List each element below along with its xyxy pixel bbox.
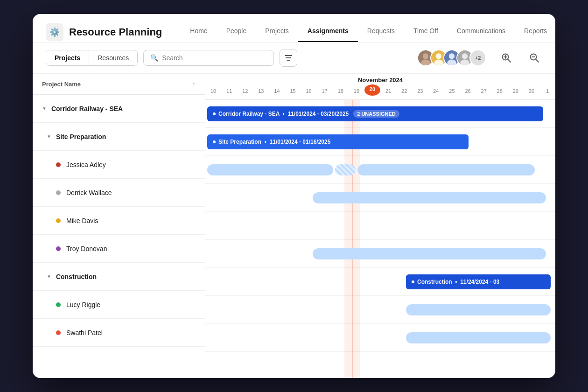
gantt-month: November 2024 [205,74,555,84]
day-14: 14 [269,86,285,98]
site-prep-bar-label: Site Preparation • 11/01/2024 - 01/16/20… [218,139,330,145]
day-10: 10 [205,86,221,98]
bar-dot [213,140,216,143]
jessica-bar-2[interactable] [357,164,535,175]
zoom-out-button[interactable] [526,50,542,66]
day-24: 24 [428,86,444,98]
day-26: 26 [460,86,476,98]
svg-point-5 [421,60,430,66]
tab-communications[interactable]: Communications [448,22,515,42]
day-22: 22 [396,86,412,98]
svg-point-10 [449,53,455,59]
person-row-jessica[interactable]: Jessica Adley [33,151,205,179]
svg-point-7 [436,53,441,59]
filter-icon [285,55,292,61]
toggle-projects-button[interactable]: Projects [46,50,89,65]
project-bar-label: Corridor Railway - SEA • 11/01/2024 - 03… [218,111,349,117]
person-name: Swathi Patel [66,329,103,336]
nav-tabs: Home People Projects Assignments Request… [181,22,555,42]
person-dot [56,190,61,195]
tab-assignments[interactable]: Assignments [298,22,358,42]
app-window: ⚙️ Resource Planning Home People Project… [33,14,555,378]
tab-people[interactable]: People [217,22,256,42]
filter-button[interactable] [280,49,297,67]
gantt-row-project: Corridor Railway - SEA • 11/01/2024 - 03… [205,100,555,128]
derrick-bar[interactable] [313,192,546,203]
gantt-row-mike [205,212,555,240]
day-11: 11 [221,86,237,98]
day-28: 28 [492,86,508,98]
person-dot [56,246,61,251]
gantt-row-troy [205,240,555,268]
gantt-panel: November 2024 10 11 12 13 14 15 16 17 18… [205,74,555,378]
day-13: 13 [253,86,269,98]
task-name: Site Preparation [56,133,106,140]
tab-requests[interactable]: Requests [358,22,404,42]
rows-container: ▼ Corridor Railway - SEA ▼ Site Preparat… [33,95,205,378]
construction-bar-label: Construction • 11/24/2024 - 03 [417,279,499,285]
svg-point-4 [423,53,428,59]
person-row-swathi[interactable]: Swathi Patel [33,319,205,347]
task-row-site-prep[interactable]: ▼ Site Preparation [33,123,205,151]
day-12: 12 [237,86,253,98]
svg-point-8 [434,60,443,66]
toggle-resources-button[interactable]: Resources [89,50,137,65]
svg-line-20 [536,60,539,63]
chevron-icon: ▼ [42,106,47,111]
person-dot [56,330,61,335]
person-row-mike[interactable]: Mike Davis [33,207,205,235]
project-name: Corridor Railway - SEA [51,105,123,112]
person-dot [56,162,61,167]
construction-gantt-bar[interactable]: Construction • 11/24/2024 - 03 [406,274,551,289]
jessica-bar-1[interactable] [207,164,333,175]
person-name: Jessica Adley [66,161,106,168]
tab-timeoff[interactable]: Time Off [404,22,448,42]
day-27: 27 [476,86,492,98]
day-17: 17 [317,86,333,98]
lucy-bar[interactable] [406,304,551,315]
gantt-days-row: 10 11 12 13 14 15 16 17 18 19 20 21 22 2… [205,84,555,99]
day-18: 18 [333,86,349,98]
swathi-bar[interactable] [406,332,551,343]
day-23: 23 [412,86,428,98]
task-name: Construction [56,273,97,280]
day-30: 30 [524,86,539,98]
troy-bar[interactable] [313,248,546,259]
bar-dot [213,112,216,115]
site-prep-gantt-bar[interactable]: Site Preparation • 11/01/2024 - 01/16/20… [207,134,469,149]
person-row-troy[interactable]: Troy Donovan [33,235,205,263]
gear-icon: ⚙️ [46,23,63,41]
day-1: 1 [539,86,555,98]
project-gantt-bar[interactable]: Corridor Railway - SEA • 11/01/2024 - 03… [207,106,543,121]
svg-point-13 [462,53,468,59]
project-row-corridor[interactable]: ▼ Corridor Railway - SEA [33,95,205,123]
person-name: Mike Davis [66,217,98,224]
tab-projects[interactable]: Projects [256,22,298,42]
header: ⚙️ Resource Planning Home People Project… [33,14,555,42]
day-20-today: 20 [364,84,380,96]
gantt-row-construction: Construction • 11/24/2024 - 03 [205,268,555,296]
gantt-row-swathi [205,324,555,352]
bar-dot [412,280,414,283]
search-bar: 🔍 [143,50,274,66]
person-dot [56,302,61,307]
search-input[interactable] [162,54,267,62]
day-21: 21 [380,86,396,98]
chevron-icon: ▼ [47,274,51,279]
avatar-stack: +2 [417,49,486,66]
person-row-lucy[interactable]: Lucy Riggle [33,291,205,319]
person-name: Troy Donovan [66,245,107,252]
zoom-in-button[interactable] [498,50,514,66]
left-panel: Project Name ↑ ▼ Corridor Railway - SEA … [33,74,205,378]
tab-home[interactable]: Home [181,22,217,42]
gantt-body: Corridor Railway - SEA • 11/01/2024 - 03… [205,100,555,378]
task-row-construction[interactable]: ▼ Construction [33,263,205,291]
chevron-icon: ▼ [47,134,51,139]
person-row-derrick[interactable]: Derrick Wallace [33,179,205,207]
tab-reports[interactable]: Reports [515,22,555,42]
gantt-row-jessica [205,156,555,184]
svg-point-14 [460,60,469,66]
day-16: 16 [301,86,317,98]
sort-icon[interactable]: ↑ [192,80,196,88]
app-title: Resource Planning [69,26,162,38]
